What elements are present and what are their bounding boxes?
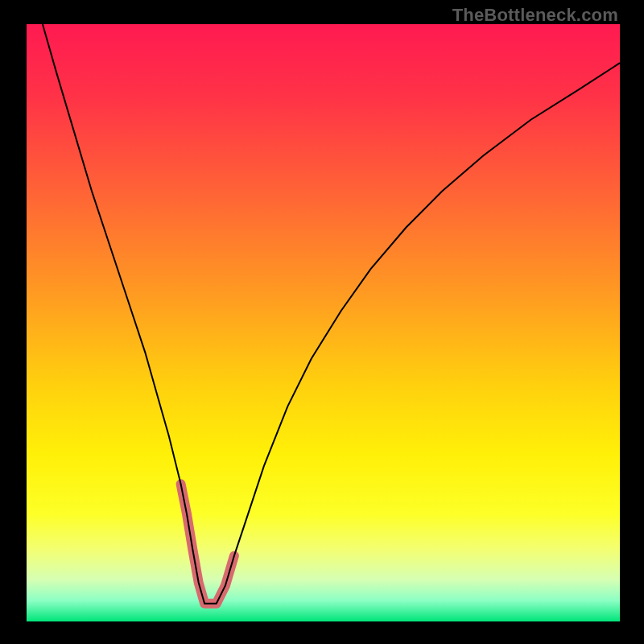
chart-background-gradient [27, 24, 620, 621]
chart-plot-area [27, 24, 620, 621]
chart-frame: TheBottleneck.com [0, 0, 644, 644]
svg-rect-0 [27, 24, 620, 621]
watermark-text: TheBottleneck.com [452, 5, 618, 26]
